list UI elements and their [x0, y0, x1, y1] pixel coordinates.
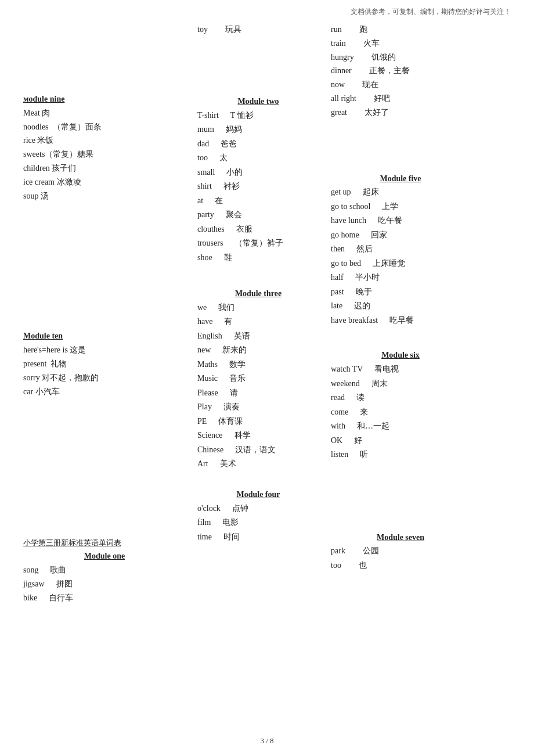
- list-item: Maths数学: [197, 358, 319, 372]
- list-item: shirt衬衫: [197, 179, 319, 194]
- list-item: car 小汽车: [23, 385, 186, 399]
- list-item: train火车: [331, 37, 470, 51]
- module-seven-title: Module seven: [377, 533, 424, 542]
- list-item: come来: [331, 405, 470, 420]
- list-item: at在: [197, 194, 319, 208]
- list-item: Please请: [197, 386, 319, 401]
- list-item: Meat 肉: [23, 106, 186, 120]
- list-item: toy玩具: [197, 23, 319, 37]
- list-item: all right好吧: [331, 92, 470, 106]
- module-one-title: Module one: [84, 552, 125, 560]
- module-five-section: Module five get up起床 go to school上学 have…: [331, 172, 470, 328]
- module-three-section: Module three we我们 have有 English英语 new新来的…: [197, 287, 319, 471]
- list-item: o'clock点钟: [197, 502, 319, 516]
- list-item: have有: [197, 315, 319, 329]
- module-five-title: Module five: [380, 174, 421, 183]
- module-four-title: Module four: [236, 490, 280, 499]
- list-item: go to school上学: [331, 200, 470, 214]
- list-item: clouthes衣服: [197, 222, 319, 237]
- list-item: run跑: [331, 23, 470, 37]
- list-item: Chinese汉语，语文: [197, 443, 319, 458]
- list-item: dad爸爸: [197, 137, 319, 152]
- list-item: now现在: [331, 78, 470, 92]
- list-item: shoe鞋: [197, 251, 319, 265]
- intro-section: 小学第三册新标准英语单词表 Module one song歌曲 jigsaw拼图…: [23, 537, 186, 604]
- module-ten-words: here's=here is 这是 present 礼物 sorry 对不起，抱…: [23, 343, 186, 398]
- list-item: trousers（常复）裤子: [197, 236, 319, 251]
- list-item: new新来的: [197, 343, 319, 358]
- list-item: children 孩子们: [23, 161, 186, 175]
- module-ten-section: Module ten here's=here is 这是 present 礼物 …: [23, 329, 186, 398]
- module-nine-words: Meat 肉 noodles （常复）面条 rice 米饭 sweets（常复）…: [23, 106, 186, 203]
- module-six-words: watch TV看电视 weekend周末 read读 come来 with和……: [331, 362, 470, 462]
- list-item: noodles （常复）面条: [23, 120, 186, 134]
- column-3: run跑 train火车 hungry饥饿的 dinner正餐，主餐 now现在…: [325, 23, 476, 615]
- module-two-words: T-shirtT 恤衫 mum妈妈 dad爸爸 too太 small小的 shi…: [197, 109, 319, 265]
- list-item: Play演奏: [197, 400, 319, 415]
- list-item: Music音乐: [197, 372, 319, 386]
- list-item: T-shirtT 恤衫: [197, 109, 319, 123]
- list-item: film电影: [197, 516, 319, 530]
- list-item: English英语: [197, 329, 319, 344]
- page-header: 文档供参考，可复制、编制，期待您的好评与关注！: [0, 0, 534, 17]
- list-item: go home回家: [331, 228, 470, 243]
- module-two-title: Module two: [237, 97, 279, 106]
- module-six-section: Module six watch TV看电视 weekend周末 read读 c…: [331, 348, 470, 462]
- list-item: bike自行车: [23, 591, 186, 605]
- intro-title: 小学第三册新标准英语单词表: [23, 537, 186, 549]
- list-item: read读: [331, 391, 470, 405]
- module-seven-section: Module seven park公园 too也: [331, 531, 470, 573]
- list-item: with和…一起: [331, 419, 470, 434]
- column-2: toy玩具 Module two T-shirtT 恤衫 mum妈妈 dad爸爸…: [192, 23, 325, 615]
- list-item: soup 汤: [23, 189, 186, 203]
- list-item: PE体育课: [197, 415, 319, 429]
- module-ten-title: Module ten: [23, 332, 63, 340]
- col2-top-words: toy玩具: [197, 23, 319, 37]
- module-four-words: o'clock点钟 film电影 time时间: [197, 502, 319, 545]
- module-seven-words: park公园 too也: [331, 544, 470, 573]
- list-item: mum妈妈: [197, 123, 319, 137]
- col3-top-words: run跑 train火车 hungry饥饿的 dinner正餐，主餐 now现在…: [331, 23, 470, 120]
- list-item: watch TV看电视: [331, 362, 470, 377]
- list-item: hungry饥饿的: [331, 51, 470, 64]
- list-item: too也: [331, 559, 470, 573]
- page-footer: 3 / 8: [0, 736, 534, 746]
- list-item: half半小时: [331, 271, 470, 285]
- column-1: мodule nine Meat 肉 noodles （常复）面条 rice 米…: [17, 23, 192, 615]
- list-item: song歌曲: [23, 563, 186, 577]
- list-item: party聚会: [197, 208, 319, 222]
- module-three-title: Module three: [235, 289, 282, 298]
- list-item: park公园: [331, 544, 470, 559]
- list-item: here's=here is 这是: [23, 343, 186, 357]
- list-item: rice 米饭: [23, 134, 186, 147]
- module-two-section: Module two T-shirtT 恤衫 mum妈妈 dad爸爸 too太 …: [197, 95, 319, 265]
- list-item: sweets（常复）糖果: [23, 147, 186, 161]
- list-item: sorry 对不起，抱歉的: [23, 371, 186, 385]
- list-item: we我们: [197, 301, 319, 315]
- list-item: OK好: [331, 434, 470, 448]
- list-item: go to bed上床睡觉: [331, 257, 470, 271]
- module-five-words: get up起床 go to school上学 have lunch吃午餐 go…: [331, 185, 470, 327]
- list-item: present 礼物: [23, 357, 186, 371]
- list-item: dinner正餐，主餐: [331, 64, 470, 78]
- module-four-section: Module four o'clock点钟 film电影 time时间: [197, 488, 319, 544]
- list-item: get up起床: [331, 185, 470, 200]
- list-item: past晚于: [331, 285, 470, 300]
- module-nine-title: мodule nine: [23, 95, 64, 103]
- list-item: Science科学: [197, 429, 319, 443]
- module-six-title: Module six: [381, 351, 420, 359]
- list-item: have lunch吃午餐: [331, 214, 470, 228]
- module-three-words: we我们 have有 English英语 new新来的 Maths数学 Musi…: [197, 301, 319, 471]
- list-item: small小的: [197, 165, 319, 180]
- list-item: too太: [197, 151, 319, 165]
- list-item: have breakfast吃早餐: [331, 314, 470, 328]
- list-item: Art美术: [197, 457, 319, 471]
- module-one-words: song歌曲 jigsaw拼图 bike自行车: [23, 563, 186, 604]
- list-item: jigsaw拼图: [23, 577, 186, 591]
- list-item: weekend周末: [331, 377, 470, 391]
- list-item: time时间: [197, 530, 319, 545]
- list-item: ice cream 冰激凌: [23, 175, 186, 189]
- list-item: then然后: [331, 242, 470, 257]
- list-item: listen听: [331, 448, 470, 462]
- list-item: late迟的: [331, 299, 470, 314]
